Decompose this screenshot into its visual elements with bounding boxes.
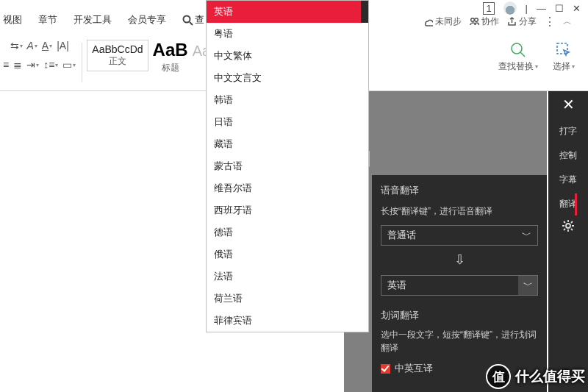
tab-view[interactable]: 视图 [3,13,22,26]
language-option[interactable]: 俄语 [207,243,368,266]
svg-point-1 [475,18,478,22]
share-button[interactable]: 分享 [506,15,537,28]
language-option[interactable]: 维吾尔语 [207,177,368,199]
checkbox-checked-icon [381,364,390,374]
ribbon-divider [82,43,82,82]
svg-rect-4 [557,43,567,54]
language-option[interactable]: 粤语 [207,23,368,45]
border-button[interactable]: ▭▾ [62,59,76,71]
format-button[interactable]: ⇆▾ [10,40,23,51]
svg-point-5 [566,224,570,228]
source-language-select[interactable]: 普通话 ﹀ [381,225,538,246]
translate-panel: 语音翻译 长按“翻译键”，进行语音翻译 普通话 ﹀ ⇩ 英语 ﹀ 划词翻译 选中… [372,175,547,392]
language-dropdown[interactable]: 英语粤语中文繁体中文文言文韩语日语藏语蒙古语维吾尔语西班牙语德语俄语法语荷兰语菲… [206,0,369,332]
align-dist-button[interactable]: ≣ [13,59,22,71]
share-icon [506,16,517,26]
voice-translate-title: 语音翻译 [381,184,419,197]
collab-button[interactable]: 协作 [469,15,499,28]
magnifier-icon [509,41,527,59]
chevron-down-icon: ﹀ [518,276,537,295]
language-option[interactable]: 菲律宾语 [207,310,368,332]
sidebar-translate[interactable]: 翻译 [559,198,577,210]
more-icon[interactable]: ⋮ [544,15,556,29]
panel-gap [372,91,547,175]
language-option[interactable]: 西班牙语 [207,199,368,221]
find-replace-button[interactable]: 查找替换▾ [498,41,538,73]
search-icon [182,15,193,26]
divider-icon: | [526,3,528,14]
chevron-down-icon: ﹀ [522,229,531,242]
style-heading1[interactable]: AaB [153,40,188,60]
style-heading1-label: 标题 [153,62,188,74]
tab-count-badge: 1 [483,2,494,15]
selection-translate-title: 划词翻译 [381,309,538,322]
watermark: 值 什么值得买 [486,364,585,389]
svg-point-3 [512,43,522,54]
cursor-select-icon [555,41,573,59]
sidebar-subtitle[interactable]: 字幕 [559,174,577,186]
language-option[interactable]: 德语 [207,221,368,243]
underline-button[interactable]: A▾ [42,40,52,51]
language-option[interactable]: 中文繁体 [207,45,368,67]
select-button[interactable]: 选择▾ [553,41,575,73]
people-icon [469,16,479,26]
tab-devtools[interactable]: 开发工具 [74,13,112,26]
language-option[interactable]: 英语 [207,1,368,23]
search-text: 查 [195,13,204,26]
tab-chapter[interactable]: 章节 [38,13,57,26]
selection-translate-hint: 选中一段文字，短按“翻译键”，进行划词翻译 [381,328,538,354]
arrow-down-icon: ⇩ [381,252,538,268]
font-style-button[interactable]: A▾ [27,40,37,51]
svg-point-2 [184,15,190,22]
cloud-icon [423,16,433,26]
clear-format-button[interactable]: |A| [57,40,69,51]
indent-button[interactable]: ⇥▾ [26,59,39,71]
close-button[interactable]: ✕ [573,3,581,14]
style-normal[interactable]: AaBbCcDd 正文 [87,40,148,71]
maximize-button[interactable]: ☐ [555,3,564,14]
watermark-badge: 值 [486,364,511,389]
svg-point-0 [471,18,475,22]
language-option[interactable]: 韩语 [207,89,368,111]
search-box[interactable]: 查 [182,13,204,26]
sidebar-settings[interactable] [562,219,575,232]
language-option[interactable]: 蒙古语 [207,155,368,177]
language-option[interactable]: 中文文言文 [207,67,368,89]
target-language-select[interactable]: 英语 ﹀ [381,275,538,296]
collapse-ribbon-icon[interactable]: ︿ [563,15,572,28]
sidebar-control[interactable]: 控制 [559,149,577,162]
tab-vip[interactable]: 会员专享 [128,13,166,26]
language-option[interactable]: 法语 [207,266,368,288]
sync-status[interactable]: 未同步 [423,15,462,28]
language-option[interactable]: 日语 [207,111,368,133]
spacing-button[interactable]: ↕≡▾ [43,59,58,71]
voice-translate-hint: 长按“翻译键”，进行语音翻译 [381,204,538,218]
language-option[interactable]: 荷兰语 [207,288,368,310]
align-left-button[interactable]: ≡ [3,59,9,71]
minimize-button[interactable]: — [537,3,546,14]
sidebar-type[interactable]: 打字 [559,125,577,138]
gear-icon [562,219,575,232]
language-option[interactable]: 藏语 [207,133,368,155]
panel-close-button[interactable]: ✕ [562,96,575,113]
